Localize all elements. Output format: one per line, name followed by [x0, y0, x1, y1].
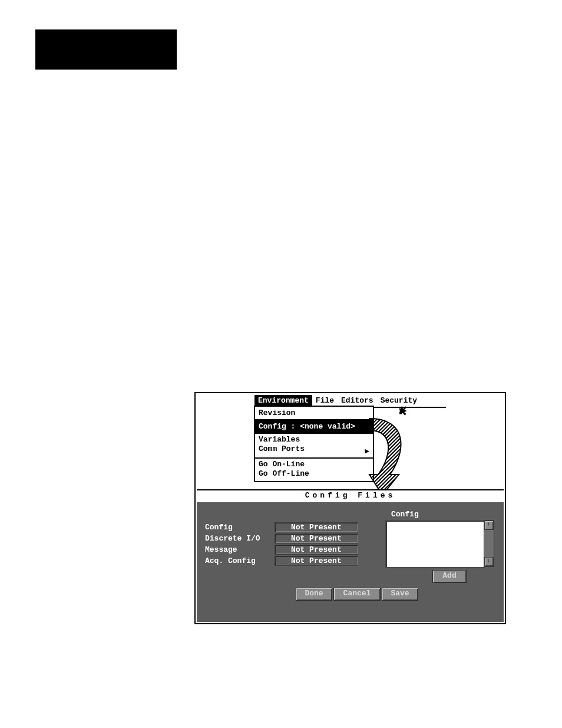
config-scrollbar[interactable]: ↑ ↓ [484, 520, 494, 567]
config-listbox[interactable] [385, 520, 485, 568]
dd-variables[interactable]: Variables [259, 435, 369, 444]
value-message: Not Present [275, 545, 358, 555]
config-files-panel: Config Config Not Present Discrete I/O N… [197, 502, 504, 622]
config-files-screenshot: Environment File Editors Security Revisi… [194, 392, 506, 624]
label-message: Message [205, 545, 270, 554]
dd-online-offline: Go On-Line Go Off-Line [255, 457, 373, 481]
dd-variables-commports: Variables Comm Ports ▶ [255, 433, 373, 457]
row-discrete-io: Discrete I/O Not Present [205, 533, 358, 545]
scroll-up-icon[interactable]: ↑ [484, 521, 494, 530]
value-acq-config: Not Present [275, 556, 358, 566]
row-message: Message Not Present [205, 545, 358, 556]
config-list-header: Config [391, 510, 419, 519]
save-button[interactable]: Save [382, 588, 418, 601]
menu-security[interactable]: Security [377, 395, 421, 406]
row-config: Config Not Present [205, 522, 358, 533]
label-discrete-io: Discrete I/O [205, 534, 270, 543]
dd-go-offline: Go Off-Line [259, 469, 369, 479]
environment-dropdown: Revision Config : <none valid> Variables… [254, 406, 374, 482]
cancel-button[interactable]: Cancel [333, 588, 381, 601]
scroll-down-icon[interactable]: ↓ [484, 557, 494, 566]
value-discrete-io: Not Present [275, 533, 358, 543]
header-black-box [35, 29, 177, 70]
label-config: Config [205, 523, 270, 532]
dd-revision[interactable]: Revision [255, 407, 373, 419]
menu-file[interactable]: File [312, 395, 338, 406]
value-config: Not Present [275, 522, 358, 532]
dd-comm-ports[interactable]: Comm Ports [259, 444, 369, 454]
done-button[interactable]: Done [296, 588, 332, 601]
dd-go-online[interactable]: Go On-Line [259, 460, 369, 469]
menu-editors[interactable]: Editors [338, 395, 377, 406]
label-acq-config: Acq. Config [205, 556, 270, 565]
add-button[interactable]: Add [432, 570, 467, 583]
row-acq-config: Acq. Config Not Present [205, 556, 358, 567]
menu-environment[interactable]: Environment [254, 395, 312, 406]
dd-config[interactable]: Config : <none valid> [255, 419, 373, 433]
status-table: Config Not Present Discrete I/O Not Pres… [205, 522, 358, 567]
swoosh-arrow-icon [366, 416, 408, 500]
panel-title: Config Files [197, 489, 504, 503]
